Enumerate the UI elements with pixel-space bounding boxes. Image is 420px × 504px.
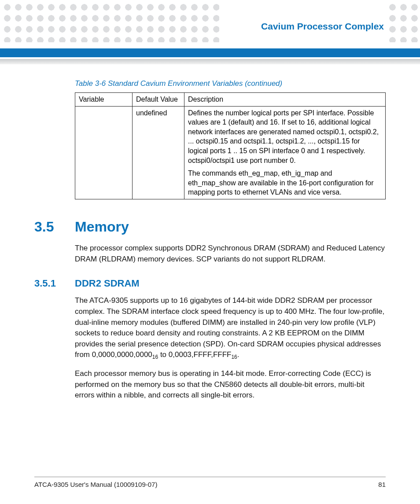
- section-3-5-para: The processor complex supports DDR2 Sync…: [75, 243, 386, 265]
- section-number: 3.5: [34, 219, 75, 235]
- section-title: Memory: [75, 219, 129, 235]
- cell-description: Defines the number logical ports per SPI…: [184, 106, 386, 199]
- table-row: undefined Defines the number logical por…: [75, 106, 386, 199]
- subsection-number: 3.5.1: [34, 278, 75, 289]
- section-3-5-1-para2: Each processor memory bus is operating i…: [75, 368, 386, 401]
- header-blue-bar: [0, 48, 420, 57]
- table-header-row: Variable Default Value Description: [75, 93, 386, 107]
- section-heading-3-5: 3.5 Memory: [34, 219, 386, 235]
- header-gray-bar: [0, 59, 420, 64]
- table-header-variable: Variable: [75, 93, 133, 107]
- page-content: Table 3-6 Standard Cavium Environment Va…: [34, 79, 386, 408]
- chapter-title: Cavium Processor Complex: [219, 21, 387, 32]
- env-variables-table: Variable Default Value Description undef…: [75, 92, 386, 199]
- desc-para-1: Defines the number logical ports per SPI…: [188, 108, 382, 166]
- footer-doc-title: ATCA-9305 User's Manual (10009109-07): [34, 481, 157, 488]
- cell-default: undefined: [133, 106, 184, 199]
- section-heading-3-5-1: 3.5.1 DDR2 SDRAM: [34, 278, 386, 289]
- table-header-description: Description: [184, 93, 386, 107]
- section-3-5-1-para1: The ATCA-9305 supports up to 16 gigabyte…: [75, 295, 386, 361]
- table-caption: Table 3-6 Standard Cavium Environment Va…: [75, 79, 386, 88]
- footer-page-number: 81: [378, 481, 386, 488]
- subsection-title: DDR2 SDRAM: [75, 278, 140, 289]
- cell-variable: [75, 106, 133, 199]
- page-footer: ATCA-9305 User's Manual (10009109-07) 81: [34, 477, 386, 488]
- table-header-default: Default Value: [133, 93, 184, 107]
- desc-para-2: The commands eth_eg_map, eth_ig_map and …: [188, 169, 382, 197]
